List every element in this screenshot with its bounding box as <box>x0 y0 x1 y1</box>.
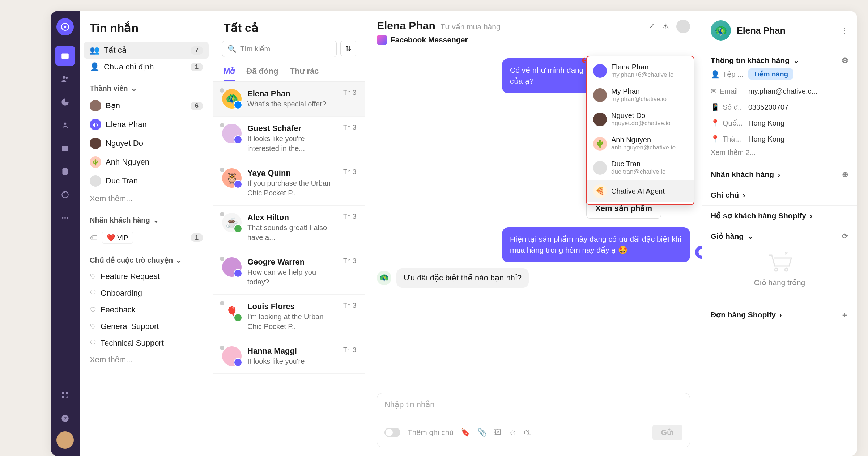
note-toggle[interactable] <box>384 428 400 437</box>
svg-rect-6 <box>62 146 68 151</box>
chevron-down-icon: ⌄ <box>793 56 800 65</box>
members-section[interactable]: Thành viên⌄ <box>80 75 213 96</box>
pin-icon: ♡ <box>90 289 96 297</box>
sidebar-unassigned[interactable]: 👤 Chưa chỉ định 1 <box>80 59 213 75</box>
channel-icon <box>234 313 242 322</box>
topic-item[interactable]: ♡General Support <box>80 318 213 335</box>
nav-apps[interactable] <box>55 385 75 405</box>
conversation-item[interactable]: Guest SchäferIt looks like you're intere… <box>213 117 365 161</box>
topic-item[interactable]: ♡Feedback <box>80 301 213 318</box>
nav-inbox[interactable] <box>55 46 75 66</box>
topic-item[interactable]: ♡Onboarding <box>80 285 213 301</box>
nav-help[interactable]: ? <box>55 408 75 428</box>
nav-contacts[interactable] <box>55 69 75 89</box>
sidebar-all[interactable]: 👥 Tất cả 7 <box>84 42 209 59</box>
pin-icon: ♡ <box>90 322 96 331</box>
info-section-toggle[interactable]: Thông tin khách hàng⌄⚙ <box>711 56 848 65</box>
member-you[interactable]: Bạn6 <box>80 96 213 115</box>
assignee-option[interactable]: My Phanmy.phan@chative.io <box>587 83 694 107</box>
contact-avatar: 🦚 <box>377 271 391 285</box>
tag-vip[interactable]: 🏷❤️ VIP1 <box>80 228 213 247</box>
member-item[interactable]: Duc Tran <box>80 172 213 190</box>
topic-item[interactable]: ♡Technical Support <box>80 335 213 351</box>
topics-more[interactable]: Xem thêm... <box>80 351 213 368</box>
topics-section[interactable]: Chủ đề cuộc trò chuyện⌄ <box>80 247 213 268</box>
conversation-item[interactable]: Hanna MaggiIt looks like you'reTh 3 <box>213 339 365 374</box>
chat-contact-name: Elena Phan <box>377 20 435 31</box>
nav-automation[interactable] <box>55 185 75 205</box>
conversation-item[interactable]: ☕Alex HiltonThat sounds great! I also ha… <box>213 206 365 250</box>
channel-icon <box>234 180 242 189</box>
nav-rail: ? <box>51 11 80 456</box>
sort-icon: ⇅ <box>345 44 352 53</box>
search-input[interactable]: 🔍Tìm kiếm <box>222 41 337 57</box>
assignee-option[interactable]: Nguyet Donguyet.do@chative.io <box>587 107 694 131</box>
member-item[interactable]: Nguyet Do <box>80 134 213 153</box>
message-composer[interactable]: Nhập tin nhắn Thêm ghi chú 🔖 📎 🖼 ☺ 🛍 Gửi <box>377 393 690 447</box>
tab-spam[interactable]: Thư rác <box>290 62 319 81</box>
assignee-option-ai[interactable]: 🍕Chative AI Agent <box>587 180 694 202</box>
nav-campaigns[interactable] <box>55 138 75 159</box>
sort-button[interactable]: ⇅ <box>340 41 356 56</box>
resolve-icon[interactable]: ✓ <box>648 22 655 31</box>
add-icon[interactable]: ＋ <box>841 310 848 320</box>
orders-section-toggle[interactable]: Đơn hàng Shopify›＋ <box>711 310 848 320</box>
nav-livechat[interactable] <box>55 115 75 135</box>
stage-tag[interactable]: Tiềm năng <box>748 68 793 80</box>
members-more[interactable]: Xem thêm... <box>80 190 213 207</box>
conversation-list: Tất cả 🔍Tìm kiếm ⇅ Mở Đã đóng Thư rác 🦚E… <box>213 11 365 456</box>
member-item[interactable]: ◐Elena Phan <box>80 115 213 134</box>
show-more[interactable]: Xem thêm 2... <box>711 147 848 158</box>
tags-section-toggle[interactable]: Nhãn khách hàng›⊕ <box>711 170 848 179</box>
conversation-item[interactable]: 🎈Louis FloresI'm looking at the Urban Ch… <box>213 295 365 339</box>
add-icon[interactable]: ⊕ <box>842 170 848 179</box>
assignee-option[interactable]: Elena Phanmy.phan+6@chative.io <box>587 59 694 83</box>
assignee-button[interactable] <box>676 20 690 33</box>
pin-icon: ♡ <box>90 272 96 281</box>
emoji-icon[interactable]: ☺ <box>509 428 516 437</box>
tab-closed[interactable]: Đã đóng <box>246 62 278 81</box>
user-avatar[interactable] <box>56 431 74 449</box>
warning-icon[interactable]: ⚠ <box>662 22 669 31</box>
send-button[interactable]: Gửi <box>652 425 682 440</box>
nav-more[interactable] <box>55 208 75 228</box>
svg-rect-2 <box>61 54 69 59</box>
svg-rect-14 <box>62 396 64 398</box>
member-item[interactable]: 🌵Anh Nguyen <box>80 153 213 172</box>
sidebar: Tin nhắn 👥 Tất cả 7 👤 Chưa chỉ định 1 Th… <box>80 11 213 456</box>
topic-item[interactable]: ♡Feature Request <box>80 268 213 285</box>
message-input[interactable]: Nhập tin nhắn <box>384 400 682 422</box>
assignee-option[interactable]: 🌵Anh Nguyenanh.nguyen@chative.io <box>587 131 694 156</box>
conversation-item[interactable]: 🦉Yaya QuinnIf you purchase the Urban Chi… <box>213 161 365 206</box>
nav-reports[interactable] <box>55 92 75 112</box>
more-icon[interactable]: ⋮ <box>841 26 848 35</box>
details-panel: 🦚 Elena Phan ⋮ Thông tin khách hàng⌄⚙ 👤T… <box>702 11 857 456</box>
svg-point-3 <box>63 76 65 79</box>
message-out: Hiện tại sản phẩm này đang có ưu đãi đặc… <box>502 227 690 262</box>
assignee-option[interactable]: Duc Tranduc.tran@chative.io <box>587 156 694 180</box>
tab-open[interactable]: Mở <box>224 62 235 81</box>
app-logo[interactable] <box>56 18 74 35</box>
image-icon[interactable]: 🖼 <box>494 428 502 437</box>
sidebar-title: Tin nhắn <box>80 21 213 42</box>
notes-section-toggle[interactable]: Ghi chú› <box>711 191 848 199</box>
search-icon: 🔍 <box>227 45 237 53</box>
messenger-icon <box>377 35 387 45</box>
ai-agent-icon <box>695 246 702 259</box>
settings-icon[interactable]: ⚙ <box>842 56 848 65</box>
chat-header: Elena Phan Tư vấn mua hàng Facebook Mess… <box>365 11 702 51</box>
refresh-icon[interactable]: ⟳ <box>842 232 848 241</box>
cart-section-toggle[interactable]: Giỏ hàng⌄⟳ <box>711 232 848 241</box>
svg-point-10 <box>64 217 66 219</box>
bookmark-icon[interactable]: 🔖 <box>461 428 470 437</box>
conversation-item[interactable]: Geogre WarrenHow can we help you today?T… <box>213 250 365 295</box>
attachment-icon[interactable]: 📎 <box>477 428 487 437</box>
conversation-item[interactable]: 🦚Elena PhanWhat's the special offer?Th 3 <box>213 82 365 117</box>
tags-section[interactable]: Nhãn khách hàng⌄ <box>80 207 213 228</box>
shop-icon[interactable]: 🛍 <box>524 428 532 437</box>
svg-point-17 <box>698 249 702 255</box>
users-icon: 👥 <box>90 46 99 55</box>
nav-data[interactable] <box>55 161 75 182</box>
shopify-section-toggle[interactable]: Hồ sơ khách hàng Shopify› <box>711 211 848 220</box>
contact-name: Elena Phan <box>737 25 835 36</box>
